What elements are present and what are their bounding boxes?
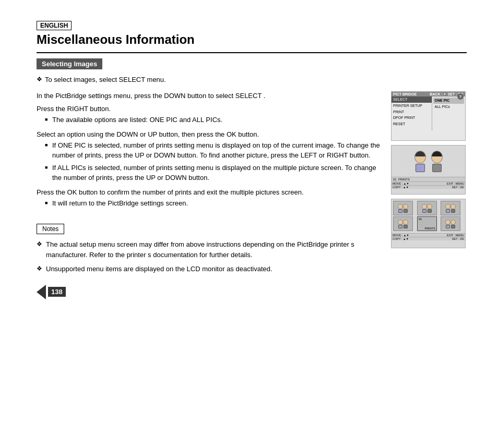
person-2-head xyxy=(431,151,443,163)
thumb-2 xyxy=(417,201,437,215)
thumb-body-1b xyxy=(404,209,408,213)
thumb-person-4b xyxy=(403,220,408,228)
nav-exit-2: EXIT : MENU xyxy=(447,182,464,185)
step-3-bullets: If ONE PIC is selected, number of prints… xyxy=(45,140,381,183)
thumb-person-6b xyxy=(450,220,456,228)
thumb-body-6b xyxy=(451,225,455,228)
step-2-bullets: The available options are listed: ONE PI… xyxy=(45,115,381,125)
all-pics-option: ALL PICs xyxy=(433,104,464,110)
thumb-head-6 xyxy=(445,220,450,225)
thumb-4 xyxy=(393,216,413,231)
thumb-5: 01 PRINTS xyxy=(417,216,437,231)
count-label-2: 01 PRINTS xyxy=(393,178,410,181)
thumb-person-4 xyxy=(398,220,403,228)
content-area: To select images, select SELECT menu. In… xyxy=(37,76,467,299)
notes-section: Notes The actual setup menu screen may d… xyxy=(37,224,381,274)
thumb-person-2 xyxy=(422,204,427,213)
step-3-bullet-1: If ONE PIC is selected, number of prints… xyxy=(45,140,381,161)
menu-print: PRINT xyxy=(392,109,432,115)
thumb-head-4 xyxy=(398,220,403,225)
step-2-text: Press the RIGHT button. xyxy=(37,105,111,113)
thumb-head-2b xyxy=(427,204,432,209)
step-4: Press the OK button to confirm the numbe… xyxy=(37,188,381,209)
step-4-bullet-1: It will return to the PictBridge setting… xyxy=(45,198,381,209)
thumb-head-3b xyxy=(450,204,456,209)
thumb-body-3b xyxy=(451,209,455,213)
note-1: The actual setup menu screen may differ … xyxy=(37,239,381,260)
person-2 xyxy=(431,151,443,172)
thumb-head-3 xyxy=(445,204,450,209)
lcd-screen-3: 01 PRINTS MOVE xyxy=(391,199,466,248)
nav-move-2: MOVE : ▲▼ xyxy=(393,182,409,185)
lcd-copy-bar-3: COPY : ▲▼ SET : OK xyxy=(392,237,465,240)
thumb-head-6b xyxy=(450,220,456,225)
step-1: In the PictBridge settings menu, press t… xyxy=(37,92,381,100)
top-divider xyxy=(37,52,467,53)
notes-badge: Notes xyxy=(37,224,64,234)
page-number: 138 xyxy=(48,287,66,297)
lcd-count-bar-2: 01 PRINTS xyxy=(392,177,465,181)
thumb-1 xyxy=(393,201,413,215)
thumb-body-2b xyxy=(428,209,432,213)
right-content: PICT BRIDGE BACK : + SET : OK ? SELECT P… xyxy=(391,91,467,299)
lcd-copy-bar-2: COPY : ▲▼ SET : OK xyxy=(392,185,465,189)
thumb-person-3 xyxy=(445,204,450,213)
lcd-nav-bar-3: MOVE : ▲▼ EXIT : MENU xyxy=(392,233,465,237)
step-2-bullet-1: The available options are listed: ONE PI… xyxy=(45,115,381,125)
step-2: Press the RIGHT button. The available op… xyxy=(37,105,381,125)
step-4-text: Press the OK button to confirm the numbe… xyxy=(37,188,304,196)
person-1-head xyxy=(414,151,426,163)
step-3-text: Select an option using the DOWN or UP bu… xyxy=(37,130,259,138)
left-content: To select images, select SELECT menu. In… xyxy=(37,76,381,299)
thumb-body-6 xyxy=(446,225,450,228)
copy-label-2: COPY : ▲▼ xyxy=(393,186,409,189)
set-label-2: SET : OK xyxy=(452,186,464,189)
step-1-text: In the PictBridge settings menu, press t… xyxy=(37,92,265,100)
thumb-head-4b xyxy=(403,220,408,225)
thumb-body-3 xyxy=(446,209,450,213)
lcd-nav-bar-2: MOVE : ▲▼ EXIT : MENU xyxy=(392,181,465,185)
thumb-person-1b xyxy=(403,204,408,213)
thumb-body-1 xyxy=(398,209,402,213)
page-title: Miscellaneous Information xyxy=(37,32,467,47)
question-icon: ? xyxy=(457,93,464,100)
menu-right: ONE PIC ALL PICs xyxy=(432,96,465,130)
set-label-3: SET : OK xyxy=(452,237,464,240)
thumb-head-2 xyxy=(422,204,427,209)
note-2: Unsupported menu items are displayed on … xyxy=(37,264,381,274)
cartoon-area xyxy=(392,146,465,177)
menu-reset: RESET xyxy=(392,121,432,127)
menu-printer-setup: PRINTER SETUP xyxy=(392,103,432,109)
person-1-body xyxy=(416,164,425,172)
thumb-head-1b xyxy=(403,204,408,209)
thumb-6 xyxy=(441,216,460,231)
lcd-topbar-1: PICT BRIDGE BACK : + SET : OK xyxy=(392,92,465,96)
thumbnail-grid: 01 PRINTS xyxy=(392,199,465,233)
intro-line: To select images, select SELECT menu. xyxy=(37,76,381,83)
prints-overlay: PRINTS xyxy=(424,227,435,230)
person-2-hair xyxy=(432,151,442,156)
menu-left: SELECT PRINTER SETUP PRINT DPOF PRINT RE… xyxy=(392,96,432,130)
person-1-hair xyxy=(415,151,425,156)
thumb-body-2 xyxy=(422,209,426,213)
thumb-person-2b xyxy=(427,204,432,213)
thumb-body-4 xyxy=(398,225,402,228)
nav-exit-3: EXIT : MENU xyxy=(447,234,464,237)
page-container: ENGLISH Miscellaneous Information Select… xyxy=(37,21,467,299)
english-badge: ENGLISH xyxy=(37,21,72,30)
step-3-bullet-2: If ALL PICs is selected, number of print… xyxy=(45,163,381,183)
person-1 xyxy=(414,151,426,172)
pict-bridge-label: PICT BRIDGE xyxy=(393,92,417,96)
nav-move-3: MOVE : ▲▼ xyxy=(393,234,409,237)
menu-dpof: DPOF PRINT xyxy=(392,115,432,121)
menu-select: SELECT xyxy=(392,96,432,103)
thumb-person-3b xyxy=(450,204,456,213)
thumb-person-6 xyxy=(445,220,450,228)
section-header: Selecting Images xyxy=(37,58,102,69)
page-num-triangle xyxy=(37,285,46,299)
step-list: In the PictBridge settings menu, press t… xyxy=(37,92,381,208)
thumb-person-1 xyxy=(398,204,403,213)
page-number-area: 138 xyxy=(37,285,381,299)
step-4-bullets: It will return to the PictBridge setting… xyxy=(45,198,381,209)
count-overlay: 01 xyxy=(419,217,422,221)
